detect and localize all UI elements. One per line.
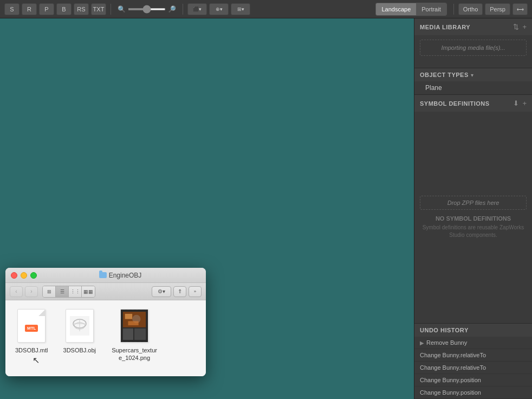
symbol-definitions-section: SYMBOL DEFINITIONS ⬇ + Drop ZPP files he… bbox=[414, 95, 532, 324]
main-toolbar: S R P B RS TXT 🔍 🔎 ⬛▾ ⊕▾ ⊞▾ Landscape Po… bbox=[0, 0, 532, 18]
undo-history-section: UNDO HISTORY ▶ Remove Bunny Change Bunny… bbox=[414, 324, 532, 399]
undo-item-2[interactable]: Change Bunny.relativeTo bbox=[414, 362, 532, 374]
folder-icon bbox=[99, 272, 107, 278]
separator-1 bbox=[111, 4, 111, 15]
window-close-btn[interactable] bbox=[11, 272, 17, 279]
undo-item-0[interactable]: ▶ Remove Bunny bbox=[414, 337, 532, 349]
fw-forward-btn[interactable]: › bbox=[25, 286, 38, 297]
add-symbol-icon[interactable]: + bbox=[522, 99, 527, 107]
zoom-in-icon: 🔎 bbox=[168, 5, 176, 13]
fw-cover-view-btn[interactable]: ▦▦ bbox=[82, 286, 95, 297]
object-types-header[interactable]: OBJECT TYPES ▾ bbox=[414, 68, 532, 81]
fw-share-btn[interactable]: ⇑ bbox=[173, 286, 186, 297]
toolbar-btn-r[interactable]: R bbox=[22, 3, 37, 15]
fw-more-btn[interactable]: » bbox=[189, 286, 202, 297]
object-types-chevron: ▾ bbox=[471, 72, 473, 78]
landscape-btn[interactable]: Landscape bbox=[376, 3, 416, 15]
separator-3 bbox=[453, 4, 454, 15]
portrait-btn[interactable]: Portrait bbox=[416, 3, 446, 15]
canvas-area[interactable]: EngineOBJ ‹ › ⊞ ☰ ⋮⋮ ▦▦ ⚙▾ ⇑ » bbox=[0, 18, 414, 399]
toolbar-snap-btn[interactable]: ⊕▾ bbox=[209, 3, 229, 15]
undo-item-4[interactable]: Change Bunny.position bbox=[414, 387, 532, 399]
obj-preview-svg bbox=[70, 316, 89, 336]
toolbar-align-btn[interactable]: ⊞▾ bbox=[231, 3, 250, 15]
png-preview-svg bbox=[121, 309, 148, 343]
file-manager-window: EngineOBJ ‹ › ⊞ ☰ ⋮⋮ ▦▦ ⚙▾ ⇑ » bbox=[5, 268, 206, 376]
extra-camera-btn[interactable]: ⟷ bbox=[512, 3, 528, 15]
zoom-control: 🔍 🔎 bbox=[118, 5, 176, 13]
add-media-icon[interactable]: + bbox=[522, 23, 527, 31]
undo-arrow-0: ▶ bbox=[420, 340, 424, 346]
file-item-png[interactable]: Supercars_texture_1024.png bbox=[110, 309, 159, 363]
ortho-btn[interactable]: Ortho bbox=[458, 3, 483, 15]
file-window-title: EngineOBJ bbox=[40, 272, 200, 279]
undo-item-3[interactable]: Change Bunny.position bbox=[414, 374, 532, 387]
toolbar-btn-txt[interactable]: TXT bbox=[91, 3, 106, 15]
zoom-slider-input[interactable] bbox=[128, 8, 166, 10]
media-library-content: Importing media file(s)... bbox=[414, 35, 532, 68]
no-symbol-desc: Symbol definitions are reusable ZapWorks… bbox=[420, 224, 527, 239]
main-area: EngineOBJ ‹ › ⊞ ☰ ⋮⋮ ▦▦ ⚙▾ ⇑ » bbox=[0, 18, 532, 399]
orientation-toggle: Landscape Portrait bbox=[375, 3, 446, 16]
file-icon-png bbox=[120, 309, 148, 343]
no-symbol-title: NO SYMBOL DEFINITIONS bbox=[436, 215, 511, 222]
sort-icon[interactable]: ⇅ bbox=[513, 23, 519, 31]
window-maximize-btn[interactable] bbox=[30, 272, 37, 279]
mtl-badge: MTL bbox=[25, 325, 38, 332]
right-panel: MEDIA LIBRARY ⇅ + Importing media file(s… bbox=[414, 18, 532, 399]
file-window-titlebar: EngineOBJ bbox=[5, 268, 206, 283]
file-label-mtl: 3DSOBJ.mtl bbox=[14, 346, 49, 355]
undo-item-1[interactable]: Change Bunny.relativeTo bbox=[414, 349, 532, 362]
symbol-definitions-header: SYMBOL DEFINITIONS ⬇ + bbox=[414, 95, 532, 112]
symbol-definitions-title: SYMBOL DEFINITIONS bbox=[420, 100, 490, 107]
svg-rect-9 bbox=[125, 314, 132, 319]
object-types-section: OBJECT TYPES ▾ Plane bbox=[414, 68, 532, 95]
svg-rect-11 bbox=[128, 321, 139, 325]
file-icon-obj bbox=[66, 309, 94, 343]
toolbar-btn-s[interactable]: S bbox=[4, 3, 20, 15]
window-minimize-btn[interactable] bbox=[21, 272, 27, 279]
toolbar-btn-b[interactable]: B bbox=[56, 3, 72, 15]
file-window-content: MTL 3DSOBJ.mtl 3DSO bbox=[5, 300, 206, 376]
media-library-title: MEDIA LIBRARY bbox=[420, 24, 470, 30]
fw-list-view-btn[interactable]: ☰ bbox=[56, 286, 69, 297]
import-hint: Importing media file(s)... bbox=[420, 40, 527, 56]
toolbar-btn-rs[interactable]: RS bbox=[74, 3, 89, 15]
file-window-toolbar: ‹ › ⊞ ☰ ⋮⋮ ▦▦ ⚙▾ ⇑ » bbox=[5, 283, 206, 300]
toolbar-transform-btn[interactable]: ⬛▾ bbox=[187, 3, 207, 15]
drop-zpp-hint: Drop ZPP files here bbox=[420, 196, 527, 210]
undo-history-title: UNDO HISTORY bbox=[420, 327, 469, 333]
file-icon-mtl: MTL bbox=[17, 309, 46, 343]
download-symbol-icon[interactable]: ⬇ bbox=[513, 99, 519, 107]
media-library-header: MEDIA LIBRARY ⇅ + bbox=[414, 18, 532, 35]
fw-icon-view-btn[interactable]: ⊞ bbox=[43, 286, 56, 297]
file-item-mtl[interactable]: MTL 3DSOBJ.mtl bbox=[14, 309, 49, 355]
fw-column-view-btn[interactable]: ⋮⋮ bbox=[69, 286, 82, 297]
persp-btn[interactable]: Persp bbox=[485, 3, 510, 15]
media-library-section: MEDIA LIBRARY ⇅ + Importing media file(s… bbox=[414, 18, 532, 68]
zoom-out-icon: 🔍 bbox=[118, 5, 126, 13]
media-library-icons: ⇅ + bbox=[513, 23, 527, 31]
png-preview bbox=[121, 310, 148, 342]
object-type-plane: Plane bbox=[414, 81, 532, 94]
separator-2 bbox=[183, 4, 183, 15]
file-label-obj: 3DSOBJ.obj bbox=[62, 346, 98, 355]
undo-history-header: UNDO HISTORY bbox=[414, 324, 532, 337]
file-label-png: Supercars_texture_1024.png bbox=[110, 346, 159, 363]
object-types-title: OBJECT TYPES bbox=[420, 72, 469, 78]
symbol-definitions-content: Drop ZPP files here NO SYMBOL DEFINITION… bbox=[414, 112, 532, 323]
fw-back-btn[interactable]: ‹ bbox=[10, 286, 23, 297]
svg-rect-8 bbox=[134, 329, 146, 340]
fw-view-group: ⊞ ☰ ⋮⋮ ▦▦ bbox=[42, 286, 95, 298]
fw-settings-btn[interactable]: ⚙▾ bbox=[152, 286, 171, 297]
svg-rect-7 bbox=[123, 329, 133, 340]
symbol-def-icons: ⬇ + bbox=[513, 99, 527, 107]
file-item-obj[interactable]: 3DSOBJ.obj bbox=[62, 309, 98, 355]
toolbar-btn-p[interactable]: P bbox=[39, 3, 54, 15]
